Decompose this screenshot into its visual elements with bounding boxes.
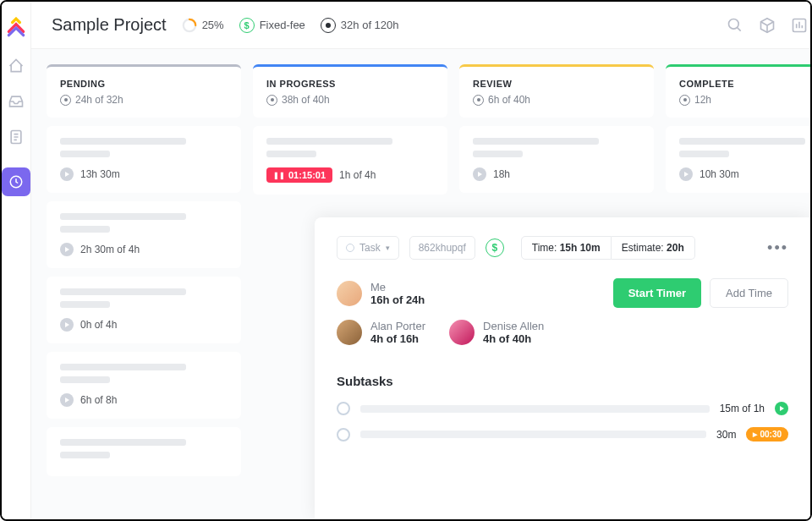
estimate-stat[interactable]: Estimate: 20h bbox=[612, 236, 695, 260]
task-card[interactable]: 2h 30m of 4h bbox=[47, 201, 241, 268]
target-icon bbox=[266, 95, 277, 106]
task-detail-panel: Task▾ 862khupqf $ Time: 15h 10m Estimate… bbox=[315, 217, 810, 521]
task-card[interactable] bbox=[47, 427, 241, 476]
timer-badge[interactable]: 01:15:01 bbox=[266, 167, 332, 183]
time-icon[interactable] bbox=[2, 167, 30, 196]
radio-icon[interactable] bbox=[337, 428, 350, 441]
more-icon[interactable]: ••• bbox=[767, 239, 788, 257]
radio-icon[interactable] bbox=[337, 402, 350, 415]
target-icon bbox=[60, 95, 71, 106]
play-icon[interactable] bbox=[60, 318, 74, 332]
topbar: Sample Project 25% $ Fixed-fee 32h of 12… bbox=[31, 2, 812, 49]
hours-summary[interactable]: 32h of 120h bbox=[321, 18, 399, 33]
docs-icon[interactable] bbox=[8, 129, 25, 145]
avatar[interactable] bbox=[337, 281, 362, 306]
task-card[interactable]: 0h of 4h bbox=[47, 277, 241, 343]
target-icon bbox=[321, 18, 336, 33]
play-icon[interactable] bbox=[60, 393, 74, 407]
fee-type[interactable]: $ Fixed-fee bbox=[239, 18, 305, 33]
home-icon[interactable] bbox=[8, 58, 25, 74]
target-icon bbox=[473, 95, 484, 106]
person-row: Alan Porter 4h of 16h bbox=[337, 320, 425, 345]
subtask-row[interactable]: 30m 00:30 bbox=[337, 427, 788, 441]
play-icon[interactable] bbox=[473, 167, 486, 181]
start-timer-button[interactable]: Start Timer bbox=[613, 278, 701, 308]
task-card[interactable]: 01:15:011h of 4h bbox=[253, 126, 447, 195]
column-header[interactable]: REVIEW 6h of 40h bbox=[459, 64, 654, 118]
add-time-button[interactable]: Add Time bbox=[710, 278, 788, 308]
dollar-icon: $ bbox=[239, 18, 255, 33]
app-logo bbox=[5, 17, 27, 39]
box-icon[interactable] bbox=[759, 17, 776, 34]
progress-indicator[interactable]: 25% bbox=[182, 18, 224, 33]
play-icon[interactable] bbox=[60, 167, 74, 181]
project-title: Sample Project bbox=[52, 15, 167, 35]
search-icon[interactable] bbox=[727, 17, 743, 34]
person-row: Me 16h of 24h Start Timer Add Time bbox=[337, 278, 788, 308]
chart-icon[interactable] bbox=[791, 17, 808, 34]
task-card[interactable]: 13h 30m bbox=[47, 126, 241, 193]
column-header[interactable]: IN PROGRESS 38h of 40h bbox=[253, 64, 447, 118]
chevron-down-icon: ▾ bbox=[386, 244, 390, 252]
task-id-chip[interactable]: 862khupqf bbox=[409, 236, 475, 260]
avatar[interactable] bbox=[337, 320, 362, 345]
timer-badge[interactable]: 00:30 bbox=[746, 427, 788, 441]
play-icon[interactable] bbox=[679, 167, 693, 181]
task-card[interactable]: 18h bbox=[459, 126, 654, 193]
task-selector[interactable]: Task▾ bbox=[337, 236, 399, 260]
play-icon[interactable] bbox=[775, 402, 788, 415]
time-stat[interactable]: Time: 15h 10m bbox=[521, 236, 612, 260]
task-card[interactable]: 6h of 8h bbox=[47, 352, 241, 419]
person-row: Denise Allen 4h of 40h bbox=[449, 320, 544, 345]
subtasks-heading: Subtasks bbox=[337, 374, 788, 388]
svg-point-6 bbox=[729, 19, 739, 29]
billable-icon[interactable]: $ bbox=[486, 239, 504, 257]
column-header[interactable]: COMPLETE 12h bbox=[666, 64, 812, 118]
column-pending: PENDING 24h of 32h 13h 30m 2h 30m of 4h … bbox=[47, 64, 241, 476]
play-icon[interactable] bbox=[60, 243, 74, 256]
svg-line-7 bbox=[738, 27, 741, 30]
column-header[interactable]: PENDING 24h of 32h bbox=[47, 64, 241, 118]
inbox-icon[interactable] bbox=[8, 93, 25, 110]
task-card[interactable]: 10h 30m bbox=[666, 126, 812, 193]
sidebar-rail bbox=[2, 2, 31, 519]
target-icon bbox=[679, 95, 690, 106]
subtask-row[interactable]: 15m of 1h bbox=[337, 402, 788, 415]
avatar[interactable] bbox=[449, 320, 475, 345]
